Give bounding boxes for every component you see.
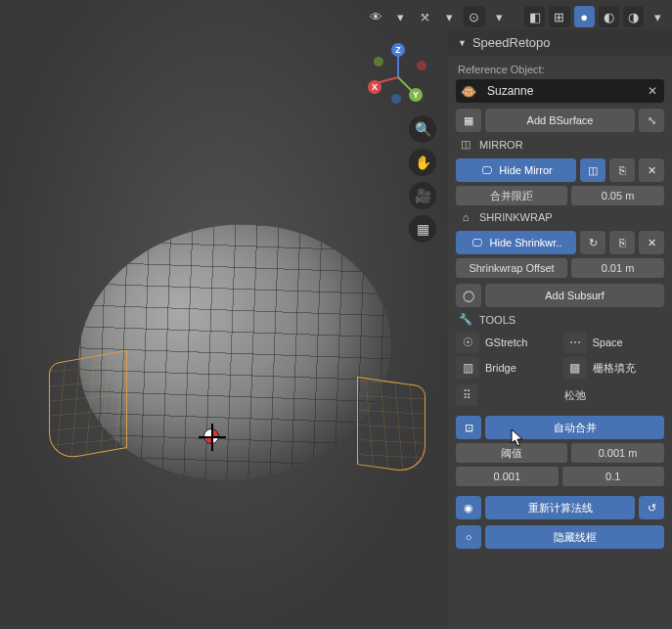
- mirror-icon: ◫: [458, 138, 473, 151]
- remove-icon[interactable]: ✕: [639, 158, 664, 182]
- hide-mirror-button[interactable]: 🖵 Hide Mirror: [456, 158, 576, 182]
- gizmo-y-icon[interactable]: Y: [409, 88, 423, 102]
- shading-solid-icon[interactable]: ●: [574, 6, 595, 27]
- add-subsurf-button[interactable]: Add Subsurf: [485, 284, 664, 307]
- header-toolbar: 👁 ▾ ⤧ ▾ ⊙ ▾ ◧ ⊞ ● ◐ ◑ ▾: [362, 4, 672, 29]
- shrinkwrap-offset-label: Shrinkwrap Offset: [456, 258, 567, 278]
- wrench-icon: 🔧: [458, 313, 473, 326]
- gizmo-neg-y-icon[interactable]: [374, 57, 383, 67]
- gridfill-button[interactable]: 栅格填充: [593, 361, 665, 376]
- selection-right[interactable]: [357, 377, 426, 474]
- chevron-down-icon[interactable]: ▾: [390, 6, 411, 27]
- xray-icon[interactable]: ◧: [524, 6, 545, 27]
- monitor-icon: 🖵: [470, 237, 484, 248]
- apply-icon[interactable]: ⎘: [609, 158, 635, 182]
- gizmo-z-icon[interactable]: Z: [391, 43, 405, 57]
- viewport-side-tools: 🔍 ✋ 🎥 ▦: [409, 115, 436, 243]
- viewport-3d[interactable]: Z X Y 🔍 ✋ 🎥 ▦: [0, 0, 448, 629]
- mirror-clip-button[interactable]: ◫: [580, 158, 605, 182]
- remove-icon[interactable]: ✕: [639, 231, 664, 254]
- threshold-max[interactable]: 0.1: [562, 467, 665, 486]
- hide-wireframe-button[interactable]: 隐藏线框: [485, 525, 664, 549]
- gizmo-toggle-icon[interactable]: ⤧: [415, 6, 435, 27]
- automerge-button[interactable]: 自动合并: [485, 416, 664, 439]
- chevron-down-icon[interactable]: ▾: [439, 6, 460, 27]
- refresh-icon[interactable]: ↻: [580, 231, 605, 254]
- panel-title: SpeedRetopo: [472, 35, 551, 50]
- reference-label: Reference Object:: [456, 60, 664, 79]
- visibility-icon[interactable]: 👁: [366, 6, 386, 27]
- gizmo-x-icon[interactable]: X: [368, 80, 381, 94]
- cursor-3d-icon: [203, 428, 219, 444]
- panel-header[interactable]: ▼ SpeedRetopo: [448, 29, 672, 56]
- wireframe-toggle-icon[interactable]: ○: [456, 525, 481, 549]
- automerge-toggle-icon[interactable]: ⊡: [456, 416, 481, 439]
- shading-rendered-icon[interactable]: ◑: [623, 6, 644, 27]
- gstretch-icon[interactable]: ☉: [456, 332, 479, 353]
- gridfill-icon[interactable]: ▩: [563, 357, 587, 379]
- expand-icon[interactable]: ⤡: [639, 109, 664, 132]
- relax-button[interactable]: 松弛: [485, 388, 664, 403]
- camera-icon[interactable]: 🎥: [409, 182, 436, 209]
- shrinkwrap-offset-value[interactable]: 0.01 m: [571, 258, 664, 278]
- gstretch-button[interactable]: GStretch: [485, 337, 558, 348]
- reference-object-field[interactable]: 🐵 Suzanne ✕: [456, 79, 664, 103]
- recalc-normals-button[interactable]: 重新计算法线: [485, 496, 635, 519]
- disclosure-triangle-icon: ▼: [458, 38, 467, 48]
- selection-left[interactable]: [49, 350, 127, 462]
- apply-icon[interactable]: ⎘: [609, 231, 635, 254]
- threshold-min[interactable]: 0.001: [456, 467, 559, 486]
- pan-icon[interactable]: ✋: [409, 149, 436, 176]
- mesh-icon: 🐵: [456, 84, 481, 99]
- monitor-icon: 🖵: [479, 164, 493, 176]
- clear-icon[interactable]: ✕: [641, 84, 664, 98]
- shading-wire-icon[interactable]: ⊞: [549, 6, 569, 27]
- hide-shrinkwrap-button[interactable]: 🖵 Hide Shrinkwr..: [456, 231, 576, 254]
- bridge-button[interactable]: Bridge: [485, 362, 558, 374]
- zoom-icon[interactable]: 🔍: [409, 115, 436, 143]
- threshold-label: 阈值: [456, 443, 567, 463]
- tools-heading: 🔧 TOOLS: [456, 307, 664, 328]
- orientation-gizmo[interactable]: Z X Y: [368, 47, 428, 108]
- relax-icon[interactable]: ⠿: [456, 384, 477, 406]
- threshold-value[interactable]: 0.001 m: [571, 443, 664, 463]
- flip-normals-icon[interactable]: ↺: [639, 496, 664, 519]
- overlay-icon[interactable]: ⊙: [464, 6, 484, 27]
- normals-icon[interactable]: ◉: [456, 496, 481, 519]
- merge-distance-label: 合并限距: [456, 186, 567, 205]
- shrinkwrap-heading: ⌂ SHRINKWRAP: [456, 205, 664, 225]
- merge-distance-value[interactable]: 0.05 m: [571, 186, 664, 205]
- chevron-down-icon[interactable]: ▾: [648, 6, 668, 27]
- perspective-icon[interactable]: ▦: [409, 215, 436, 243]
- bridge-icon[interactable]: ▥: [456, 357, 479, 379]
- speedretopo-panel: ▼ SpeedRetopo Reference Object: 🐵 Suzann…: [448, 29, 672, 629]
- shrinkwrap-icon: ⌂: [458, 211, 473, 223]
- space-button[interactable]: Space: [593, 337, 665, 348]
- mirror-heading: ◫ MIRROR: [456, 132, 664, 153]
- subsurf-icon[interactable]: ◯: [456, 284, 481, 307]
- space-icon[interactable]: ⋯: [563, 332, 587, 353]
- reference-value: Suzanne: [481, 84, 641, 98]
- add-bsurface-button[interactable]: Add BSurface: [485, 109, 635, 132]
- gizmo-neg-x-icon[interactable]: [417, 61, 426, 70]
- grid-icon[interactable]: ▦: [456, 109, 481, 132]
- gizmo-neg-z-icon[interactable]: [391, 94, 401, 104]
- shading-material-icon[interactable]: ◐: [599, 6, 619, 27]
- chevron-down-icon[interactable]: ▾: [489, 6, 510, 27]
